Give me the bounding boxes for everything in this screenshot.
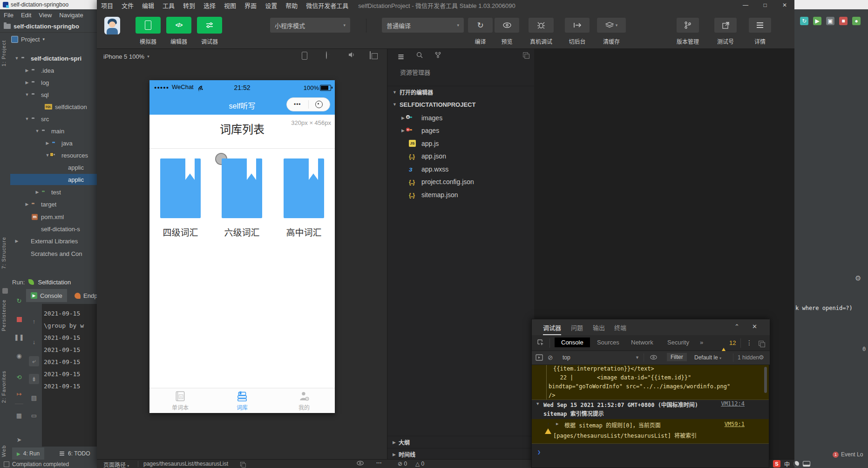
menu-select[interactable]: 选择 (199, 1, 220, 10)
thesaurus-card-highschool[interactable] (284, 158, 324, 218)
tab-thesaurus-active[interactable]: 词库 (224, 390, 261, 411)
expand-arrow[interactable]: ▶ (24, 68, 30, 73)
source-link[interactable]: VM59:1 (725, 421, 745, 427)
mode-select[interactable]: 小程序模式▾ (270, 18, 350, 33)
file-row-appjson[interactable]: {..}app.json (387, 150, 534, 162)
test-account-button[interactable] (714, 18, 737, 33)
compile-mode-select[interactable]: 普通编译▾ (382, 18, 464, 33)
warning-count[interactable]: 12 (729, 339, 736, 346)
idea-toolbar-icon-stop[interactable]: ■ (839, 17, 848, 25)
stripe-project[interactable]: 1: Project (1, 40, 7, 66)
record-icon[interactable] (326, 52, 327, 59)
idea-menu-edit[interactable]: Edit (21, 12, 31, 19)
tree-item-main[interactable]: ▼main (10, 125, 97, 137)
file-row-appwxss[interactable]: ᴈapp.wxss (387, 163, 534, 175)
search-icon[interactable] (416, 52, 423, 60)
activity-icon[interactable] (536, 354, 543, 362)
stripe-icon[interactable] (2, 288, 8, 294)
idea-toolbar-icon-debug[interactable]: ● (852, 17, 861, 25)
warning-counter[interactable]: △ 0 (415, 461, 424, 467)
devtools-tab-security[interactable]: Security (667, 339, 689, 346)
current-page-path[interactable]: pages/thesaurusList/thesaurusList (143, 461, 228, 467)
preview-button[interactable] (495, 18, 519, 33)
tool-tab-todo[interactable]: 6: TODO (54, 447, 95, 460)
run-console-output[interactable]: 2021-09-15 \group by w 2021-09-15 2021-0… (42, 304, 97, 447)
menu-tools[interactable]: 工具 (158, 1, 179, 10)
expand-arrow[interactable]: ▼ (536, 401, 539, 406)
project-section[interactable]: ▼SELFDICTATIONPROJECT (387, 98, 534, 110)
tab-problems[interactable]: 问题 (571, 323, 583, 332)
ime-language[interactable]: 中 (784, 460, 790, 468)
devtools-tab-sources[interactable]: Sources (597, 339, 619, 346)
console-log-entry[interactable]: ▼ Wed Sep 15 2021 21:52:07 GMT+0800 (中国标… (532, 399, 769, 420)
clear-cache-button[interactable]: ▾ (597, 18, 626, 33)
more-icon[interactable]: ••• (287, 101, 308, 108)
tree-item-resources[interactable]: ▼resources (10, 150, 97, 161)
thread-dump-button[interactable]: ◉ (14, 351, 24, 361)
close-button[interactable]: ✕ (775, 0, 794, 10)
thesaurus-card-cet4[interactable] (160, 158, 201, 218)
sound-icon[interactable] (348, 52, 355, 59)
idea-toolbar-icon-run[interactable]: ▶ (813, 17, 821, 25)
stripe-structure[interactable]: 7: Structure (1, 237, 7, 269)
tree-item-selfdictation-sql[interactable]: SQLselfdictation (10, 101, 97, 112)
inspector-toggle-button[interactable] (197, 17, 222, 34)
tab-output[interactable]: 输出 (593, 323, 605, 332)
tree-item-log[interactable]: ▶log (10, 77, 97, 88)
down-stack-button[interactable]: ↓ (29, 337, 39, 347)
thesaurus-card-cet6[interactable] (222, 158, 262, 218)
live-expression-eye-icon[interactable] (650, 355, 657, 361)
stripe-persistence[interactable]: Persistence (1, 299, 7, 331)
tree-item-application-2-selected[interactable]: applic (10, 174, 97, 185)
open-editors-section[interactable]: ▼打开的编辑器 (387, 86, 534, 98)
outline-section[interactable]: ▶大纲 (387, 436, 534, 448)
tree-item-sql[interactable]: ▼sql (10, 89, 97, 100)
menu-file[interactable]: 文件 (117, 1, 138, 10)
pause-button[interactable]: ❚❚ (14, 332, 24, 342)
menu-project[interactable]: 项目 (97, 1, 117, 10)
idea-menu-view[interactable]: View (39, 12, 52, 19)
warning-icon[interactable] (720, 340, 727, 348)
kebab-menu-icon[interactable]: ⋮ (746, 339, 753, 346)
tree-item-java[interactable]: ▶java (10, 138, 97, 149)
tab-terminal[interactable]: 终端 (614, 323, 626, 332)
expand-arrow[interactable]: ▶ (24, 202, 30, 206)
avatar[interactable] (104, 17, 120, 34)
more-tabs-icon[interactable]: » (700, 339, 703, 346)
timeline-section[interactable]: ▶时间线 (387, 448, 534, 460)
expand-arrow[interactable]: ▶ (556, 421, 558, 426)
source-link[interactable]: VM112:4 (721, 400, 745, 407)
file-row-projectconfig[interactable]: {..}project.config.json (387, 175, 534, 188)
tree-item-test[interactable]: ▶test (10, 186, 97, 198)
stop-button[interactable] (14, 314, 24, 324)
compile-button[interactable]: ↻ (468, 18, 493, 33)
restart-button[interactable]: ⟲ (14, 372, 24, 382)
file-row-images[interactable]: ▶▦images (387, 111, 534, 124)
expand-arrow[interactable]: ▼ (45, 153, 50, 158)
event-log-button[interactable]: 1 Event Lo (833, 451, 863, 458)
editor-toggle-button[interactable]: </> (166, 17, 191, 34)
scrollbar[interactable] (764, 367, 767, 393)
pin-button[interactable]: ➤ (14, 434, 24, 445)
clear-console-icon[interactable]: ⊘ (548, 354, 553, 361)
console-output[interactable]: {{item.interpretation}}</text> 22 | <ima… (532, 365, 769, 468)
capsule-menu[interactable]: ••• (286, 97, 330, 111)
dock-icon[interactable] (758, 340, 764, 348)
run-config-name[interactable]: Selfdictation (38, 279, 71, 286)
gear-icon[interactable]: ⚙ (855, 274, 861, 282)
sogou-icon[interactable]: S (773, 460, 780, 468)
close-icon[interactable]: ✕ (752, 323, 757, 330)
project-tool-window-header[interactable]: Project ▾ (11, 34, 97, 45)
tab-profile[interactable]: 我的 (285, 390, 323, 411)
stripe-favorites[interactable]: 2: Favorites (1, 371, 7, 403)
file-row-pages[interactable]: ▶●pages (387, 124, 534, 137)
file-row-appjs[interactable]: JSapp.js (387, 137, 534, 150)
menu-edit[interactable]: 编辑 (138, 1, 158, 10)
tab-console[interactable]: ▶ Console (26, 289, 67, 302)
gear-icon[interactable]: ⚙ (759, 354, 764, 361)
list-icon[interactable] (398, 52, 404, 59)
expand-arrow[interactable]: ▶ (34, 190, 40, 194)
tree-item-scratches[interactable]: Scratches and Con (10, 248, 97, 259)
idea-toolbar-icon-build[interactable]: ▣ (826, 17, 834, 25)
tree-item-iml[interactable]: self-dictation-s (10, 223, 97, 234)
